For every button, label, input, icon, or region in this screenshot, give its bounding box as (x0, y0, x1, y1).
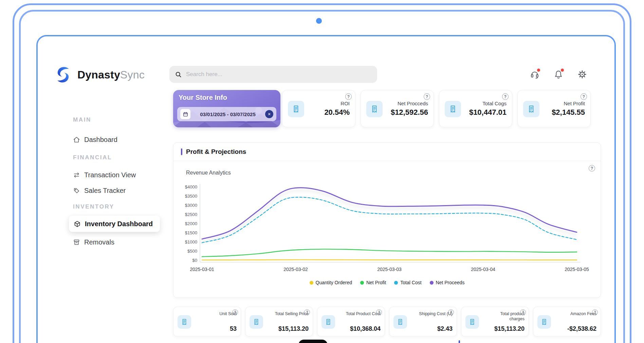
search-bar[interactable] (169, 66, 377, 83)
sidebar-item-label: Inventory Dashboard (85, 220, 153, 228)
receipt-icon (178, 315, 191, 329)
sidebar-item-removals[interactable]: Removals (73, 237, 114, 247)
sidebar-item-inventory-dashboard[interactable]: Inventory Dashboard (69, 216, 160, 232)
y-tick-label: $1000 (185, 239, 197, 245)
price-tag-icon (73, 187, 80, 194)
stat-card-total-product-charges: ? Total product charges $15,113.20 (461, 307, 529, 337)
stat-card-roi: ? ROI 20.54% (282, 90, 355, 127)
stat-value: $10,447.01 (469, 108, 507, 117)
x-tick-label: 2025-03-04 (471, 267, 495, 272)
search-input[interactable] (186, 71, 372, 78)
panel-header: Profit & Projections (173, 143, 601, 161)
y-tick-label: $2500 (185, 212, 197, 217)
stat-value: 53 (230, 325, 237, 332)
stat-label: Total Selling Price (275, 311, 309, 317)
x-tick-label: 2025-03-01 (190, 267, 214, 272)
receipt-icon (250, 315, 263, 329)
sidebar-item-label: Dashboard (84, 136, 117, 144)
cube-icon (74, 220, 81, 228)
x-tick-label: 2025-03-03 (377, 267, 402, 272)
help-icon[interactable]: ? (345, 93, 352, 100)
clear-date-button[interactable]: ✕ (265, 110, 273, 118)
legend-item: Quantity Ordered (310, 280, 352, 285)
notification-dot (560, 68, 565, 72)
bottom-cutoff-pill (298, 340, 328, 343)
stat-value: $15,113.20 (494, 325, 525, 332)
stat-label: Shipping Cost (U) (419, 311, 453, 317)
legend-item: Total Cost (394, 280, 421, 285)
stat-label: Net Profit (564, 101, 585, 107)
chart-help-icon[interactable]: ? (589, 165, 595, 172)
topbar-actions (528, 68, 589, 81)
accent-bar (181, 148, 182, 155)
support-button[interactable] (528, 68, 541, 81)
receipt-icon (537, 315, 551, 329)
help-icon[interactable]: ? (502, 93, 509, 100)
home-icon (73, 136, 80, 143)
stat-card-unit-sold: ? Unit Sold 53 (173, 307, 241, 337)
brand-logo-icon (53, 65, 73, 85)
sidebar-item-dashboard[interactable]: Dashboard (73, 135, 117, 144)
x-tick-label: 2025-03-05 (565, 267, 589, 272)
sidebar-item-label: Removals (84, 238, 114, 246)
stat-card-amazon-fees: ? Amazon Fees -$2,538.62 (533, 307, 601, 337)
receipt-icon (393, 315, 407, 329)
chart-legend: Quantity OrderedNet ProfitTotal CostNet … (173, 280, 601, 285)
y-tick-label: $500 (187, 249, 197, 254)
stat-value: $2,145.55 (552, 108, 585, 117)
chart-title: Profit & Projections (186, 148, 246, 156)
page: DynastySync MAIN Dashboard FINANCIAL Tra… (0, 0, 644, 343)
stat-value: $15,113.20 (278, 325, 309, 332)
y-tick-label: $3000 (185, 203, 197, 208)
app-screen: DynastySync MAIN Dashboard FINANCIAL Tra… (36, 35, 616, 343)
brand-logo[interactable]: DynastySync (53, 65, 145, 85)
stat-card-total-product-cost: ? Total Product Cost $10,368.04 (317, 307, 385, 337)
stat-value: 20.54% (324, 108, 350, 117)
search-icon (175, 71, 182, 78)
legend-dot (430, 281, 434, 285)
bottom-cutoff-bar (459, 340, 460, 343)
receipt-icon (321, 315, 335, 329)
legend-label: Quantity Ordered (316, 280, 352, 285)
receipt-icon (288, 101, 304, 117)
stat-card-net-proceeds: ? Net Procceds $12,592.56 (361, 90, 434, 127)
notification-dot (536, 68, 541, 72)
stat-value: $10,368.04 (350, 325, 381, 332)
receipt-icon (366, 101, 383, 117)
series-line (202, 260, 577, 260)
stat-card-total-cogs: ? Total Cogs $10,447.01 (439, 90, 512, 127)
date-range-picker[interactable]: 03/01/2025 - 03/07/2025 ✕ (177, 107, 276, 121)
brand-name: DynastySync (77, 69, 145, 81)
stat-label: Unit Sold (219, 311, 237, 317)
receipt-icon (523, 101, 539, 117)
chart-subtitle: Revenue Analytics (186, 170, 231, 176)
stat-value: -$2,538.62 (567, 325, 596, 332)
legend-dot (394, 281, 398, 285)
stat-label: Net Procceds (398, 101, 428, 107)
store-info-title: Your Store Info (179, 94, 227, 102)
stat-label: Total Cogs (482, 101, 507, 107)
store-info-card: Your Store Info 03/01/2025 - 03/07/2025 … (173, 90, 280, 127)
sidebar-item-sales-tracker[interactable]: Sales Tracker (73, 186, 126, 195)
gear-icon (577, 70, 587, 79)
help-icon[interactable]: ? (581, 93, 587, 100)
device-camera (316, 18, 322, 24)
sidebar-section-financial: FINANCIAL (73, 154, 112, 161)
calendar-icon (180, 109, 190, 119)
help-icon[interactable]: ? (424, 93, 430, 100)
stat-label: Total Product Cost (346, 311, 381, 317)
profit-projections-panel: Profit & Projections Revenue Analytics ?… (173, 142, 601, 298)
notifications-button[interactable] (552, 68, 565, 81)
legend-dot (360, 281, 364, 285)
sidebar-section-main: MAIN (73, 116, 91, 123)
stat-value: $2.43 (437, 325, 453, 332)
legend-label: Total Cost (400, 280, 421, 285)
settings-button[interactable] (575, 68, 589, 81)
stat-card-total-selling-price: ? Total Selling Price $15,113.20 (245, 307, 313, 337)
stat-label: ROI (341, 101, 350, 107)
legend-label: Net Proceeds (436, 280, 465, 285)
stat-label: Total product charges (486, 311, 525, 322)
legend-item: Net Profit (360, 280, 386, 285)
sidebar-item-transaction-view[interactable]: Transaction View (73, 170, 136, 180)
y-tick-label: $0 (192, 258, 197, 263)
